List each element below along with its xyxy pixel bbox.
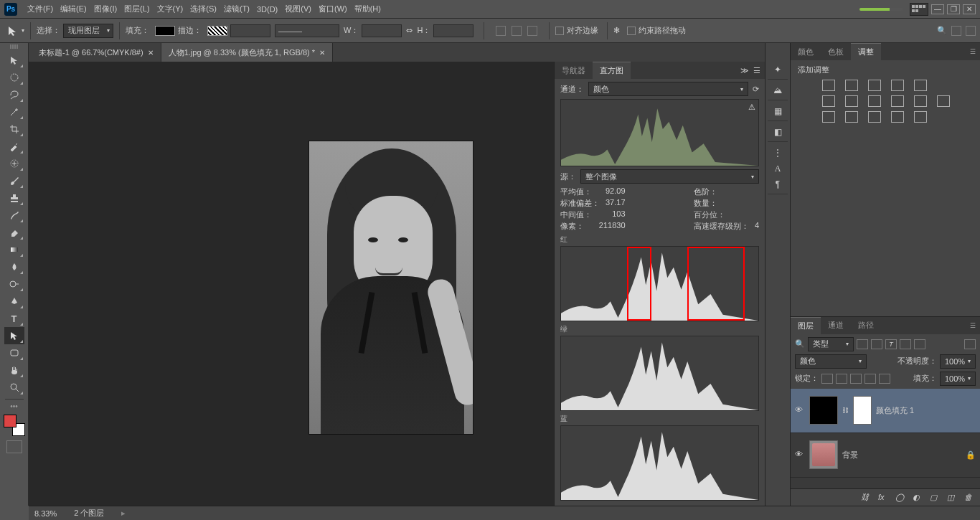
- fill-swatch[interactable]: [155, 26, 175, 36]
- lock-all-icon[interactable]: [879, 374, 890, 384]
- crop-tool[interactable]: [4, 120, 24, 138]
- wand-tool[interactable]: [4, 103, 24, 120]
- layer-item[interactable]: 👁 背景 🔒: [791, 433, 980, 478]
- eyedropper-tool[interactable]: [4, 138, 24, 155]
- mask-icon[interactable]: ◯: [895, 493, 905, 503]
- gear-icon[interactable]: ✻: [613, 26, 620, 35]
- navigator-tab[interactable]: 导航器: [555, 62, 593, 79]
- layer-name[interactable]: 背景: [842, 450, 858, 460]
- layer-thumbnail[interactable]: [809, 396, 838, 425]
- adjustments-tab[interactable]: 调整: [851, 43, 881, 60]
- visibility-icon[interactable]: 👁: [795, 450, 805, 460]
- adj-selective-icon[interactable]: [914, 111, 927, 123]
- adj-curves-icon[interactable]: [868, 80, 881, 91]
- collapse-icon[interactable]: ≫: [740, 66, 749, 75]
- opacity-field[interactable]: 100%: [940, 354, 976, 369]
- path-op1-icon[interactable]: [496, 26, 506, 36]
- rectangle-tool[interactable]: [4, 344, 24, 361]
- current-tool-icon[interactable]: [4, 22, 22, 39]
- channel-dropdown[interactable]: 颜色: [588, 82, 748, 96]
- adj-hue-icon[interactable]: [822, 95, 835, 107]
- history-brush-tool[interactable]: [4, 207, 24, 224]
- filter-shape-icon[interactable]: [900, 339, 911, 349]
- eraser-tool[interactable]: [4, 224, 24, 241]
- fx-icon[interactable]: fx: [878, 493, 888, 503]
- menu-help[interactable]: 帮助(H): [354, 4, 381, 14]
- height-field[interactable]: [433, 24, 473, 37]
- layer-mask-thumbnail[interactable]: [853, 396, 872, 425]
- path-select-tool[interactable]: [4, 327, 24, 344]
- adj-vibrance-icon[interactable]: [914, 80, 927, 91]
- dodge-tool[interactable]: [4, 275, 24, 293]
- adj-threshold-icon[interactable]: [868, 111, 881, 123]
- filter-type-icon[interactable]: T: [885, 339, 897, 349]
- stroke-style-field[interactable]: ———: [275, 24, 339, 37]
- dock-icon-1[interactable]: ✦: [771, 63, 784, 76]
- search-icon[interactable]: 🔍: [937, 26, 947, 35]
- blend-mode-dropdown[interactable]: 颜色: [795, 354, 867, 369]
- adj-posterize-icon[interactable]: [845, 111, 858, 123]
- menu-type[interactable]: 文字(Y): [157, 4, 184, 14]
- swatches-tab[interactable]: 色板: [821, 43, 851, 60]
- menu-3d[interactable]: 3D(D): [257, 5, 278, 14]
- menu-filter[interactable]: 滤镜(T): [224, 4, 250, 14]
- menu-edit[interactable]: 编辑(E): [60, 4, 87, 14]
- link-layers-icon[interactable]: ⛓: [861, 493, 871, 503]
- panel-menu-icon[interactable]: ☰: [753, 66, 760, 75]
- chevron-right-icon[interactable]: ▸: [121, 509, 126, 518]
- close-icon[interactable]: ✕: [148, 49, 154, 57]
- chevron-down-icon[interactable]: ▾: [22, 27, 24, 34]
- filter-smart-icon[interactable]: [914, 339, 925, 349]
- adj-exposure-icon[interactable]: [891, 80, 904, 91]
- fill-opacity-field[interactable]: 100%: [940, 372, 976, 386]
- warning-icon[interactable]: ⚠: [748, 103, 755, 112]
- adj-lut-icon[interactable]: [937, 95, 950, 107]
- adj-bw-icon[interactable]: [868, 95, 881, 107]
- menu-layer[interactable]: 图层(L): [124, 4, 149, 14]
- paths-tab[interactable]: 路径: [851, 317, 881, 334]
- adj-levels-icon[interactable]: [845, 80, 858, 91]
- channels-tab[interactable]: 通道: [821, 317, 851, 334]
- adj-photo-icon[interactable]: [891, 95, 904, 107]
- view-mode-icon[interactable]: [951, 26, 961, 36]
- menu-window[interactable]: 窗口(W): [319, 4, 347, 14]
- dock-icon-3[interactable]: ▦: [771, 105, 784, 118]
- zoom-level[interactable]: 8.33%: [34, 509, 57, 518]
- color-picker[interactable]: [4, 415, 25, 436]
- group-icon[interactable]: ▢: [930, 493, 940, 503]
- marquee-tool[interactable]: [4, 69, 24, 86]
- lock-pos-icon[interactable]: [850, 374, 862, 384]
- dock-icon-5[interactable]: ⋮: [771, 146, 784, 159]
- lock-nest-icon[interactable]: [864, 374, 876, 384]
- dock-icon-2[interactable]: ⛰: [771, 84, 784, 97]
- document-tab-2[interactable]: 人物1.jpg @ 8.33% (颜色填充 1, RGB/8) *✕: [161, 43, 333, 62]
- filter-toggle-icon[interactable]: [964, 339, 976, 349]
- constrain-checkbox[interactable]: [627, 27, 636, 35]
- menu-view[interactable]: 视图(V): [285, 4, 311, 14]
- stamp-tool[interactable]: [4, 189, 24, 207]
- view-mode2-icon[interactable]: [966, 26, 976, 36]
- panel-menu-icon[interactable]: ☰: [970, 48, 980, 55]
- adj-invert-icon[interactable]: [822, 111, 835, 123]
- lock-paint-icon[interactable]: [836, 374, 847, 384]
- minimize-button[interactable]: —: [931, 4, 944, 14]
- hand-tool[interactable]: [4, 361, 24, 379]
- layer-name[interactable]: 颜色填充 1: [876, 405, 914, 416]
- menu-image[interactable]: 图像(I): [94, 4, 117, 14]
- maximize-button[interactable]: ❐: [947, 4, 960, 14]
- dock-icon-4[interactable]: ◧: [771, 126, 784, 138]
- width-field[interactable]: [362, 24, 402, 37]
- path-op2-icon[interactable]: [512, 26, 522, 36]
- filter-pixel-icon[interactable]: [857, 339, 868, 349]
- blur-tool[interactable]: [4, 258, 24, 275]
- gradient-tool[interactable]: [4, 241, 24, 258]
- edit-toolbar-icon[interactable]: •••: [10, 402, 18, 410]
- zoom-tool[interactable]: [4, 379, 24, 396]
- type-tool[interactable]: T: [4, 310, 24, 327]
- delete-layer-icon[interactable]: 🗑: [964, 493, 974, 503]
- document-tab-1[interactable]: 未标题-1 @ 66.7%(CMYK/8#)✕: [32, 43, 161, 62]
- workspace-switcher-icon[interactable]: [910, 3, 928, 16]
- toolbox-grip[interactable]: [4, 44, 25, 50]
- close-icon[interactable]: ✕: [319, 49, 325, 57]
- status-info[interactable]: 2 个图层: [74, 508, 104, 519]
